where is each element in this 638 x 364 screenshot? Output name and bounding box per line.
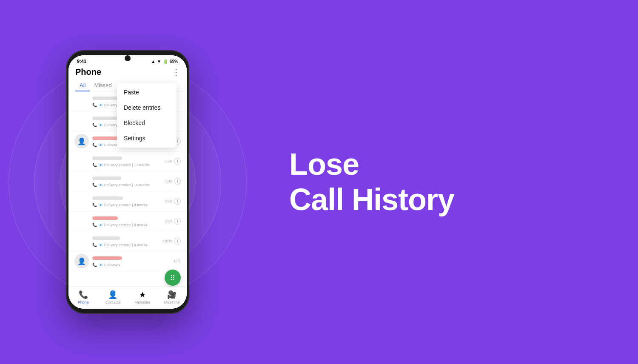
call-date: 11/8 bbox=[165, 199, 172, 203]
person-icon: 👤 bbox=[77, 257, 86, 265]
call-meta: 10/2 bbox=[173, 259, 181, 263]
call-name-bar bbox=[92, 156, 122, 160]
page-layout: 9:41 ▲ ▼ 🔋 69% Phone ⋮ Paste bbox=[0, 0, 638, 364]
call-info: 📞 📧 Delivery service | 8 marks bbox=[92, 195, 165, 207]
nav-contacts[interactable]: 👤 Contacts bbox=[98, 287, 128, 309]
call-name-bar bbox=[92, 117, 120, 120]
tab-all[interactable]: All bbox=[75, 80, 90, 91]
call-info: 📞 📧 Unknown bbox=[92, 255, 173, 267]
dialpad-fab[interactable]: ⠿ bbox=[165, 270, 181, 286]
battery-percent: 69% bbox=[170, 59, 178, 64]
call-meta: 11/8 ℹ bbox=[165, 198, 181, 205]
wifi-icon: ▼ bbox=[157, 59, 161, 64]
nav-meettime-label: MeeTime bbox=[164, 300, 180, 304]
call-meta: 11/8 ℹ bbox=[165, 158, 181, 165]
call-date: 11/8 bbox=[165, 179, 172, 183]
call-date: 11/3 bbox=[165, 219, 172, 223]
call-avatar: 👤 bbox=[74, 134, 89, 148]
info-icon[interactable]: ℹ bbox=[174, 178, 181, 185]
call-item[interactable]: 📞 📧 Delivery service | 8 marks 11/8 ℹ bbox=[68, 191, 187, 211]
menu-delete-entries[interactable]: Delete entries bbox=[117, 100, 177, 115]
call-item[interactable]: 📞 📧 Delivery service | 6 marks 11/3 ℹ bbox=[68, 211, 187, 231]
nav-favorites[interactable]: ★ Favorites bbox=[128, 287, 157, 309]
phone-notch bbox=[125, 55, 131, 61]
contacts-nav-icon: 👤 bbox=[108, 290, 117, 299]
phone-device: 9:41 ▲ ▼ 🔋 69% Phone ⋮ Paste bbox=[66, 50, 189, 314]
status-time: 9:41 bbox=[77, 59, 86, 64]
hero-line1: Lose bbox=[289, 147, 604, 182]
call-meta: 11/3 ℹ bbox=[165, 218, 181, 225]
call-name-bar bbox=[92, 176, 121, 180]
call-meta: 11/8 ℹ bbox=[165, 178, 181, 185]
call-info: 📞 📧 Delivery service | 17 marks bbox=[92, 155, 165, 167]
call-sub: 📞 📧 Delivery service | 17 marks bbox=[92, 163, 165, 167]
call-meta: 10/30 ℹ bbox=[162, 238, 181, 245]
tab-missed[interactable]: Missed bbox=[90, 80, 116, 91]
call-sub: 📞 📧 Delivery service | 16 marks bbox=[92, 183, 165, 187]
person-icon: 👤 bbox=[77, 137, 86, 145]
nav-contacts-label: Contacts bbox=[105, 300, 120, 304]
call-sub: 📞 📧 Delivery service | 6 marks bbox=[92, 223, 165, 227]
call-name-bar bbox=[92, 196, 123, 200]
menu-paste[interactable]: Paste bbox=[117, 85, 177, 100]
status-icons: ▲ ▼ 🔋 69% bbox=[151, 59, 178, 64]
phone-app-title: Phone bbox=[75, 67, 101, 77]
phone-screen: 9:41 ▲ ▼ 🔋 69% Phone ⋮ Paste bbox=[68, 55, 187, 309]
nav-phone[interactable]: 📞 Phone bbox=[68, 287, 98, 309]
favorites-nav-icon: ★ bbox=[139, 290, 146, 299]
info-icon[interactable]: ℹ bbox=[174, 198, 181, 205]
phone-nav-icon: 📞 bbox=[79, 290, 88, 299]
hero-text-side: Lose Call History bbox=[255, 121, 638, 243]
signal-icon: ▲ bbox=[151, 59, 155, 64]
bottom-nav: 📞 Phone 👤 Contacts ★ Favorites 🎥 MeeTime bbox=[68, 286, 187, 309]
call-avatar: 👤 bbox=[74, 254, 89, 268]
menu-blocked[interactable]: Blocked bbox=[117, 115, 177, 131]
info-icon[interactable]: ℹ bbox=[174, 218, 181, 225]
call-item[interactable]: 👤 📞 📧 Unknown 10/2 bbox=[68, 251, 187, 271]
hero-line2: Call History bbox=[289, 182, 604, 217]
call-info: 📞 📧 Delivery service | 6 marks bbox=[92, 215, 165, 227]
overflow-dropdown: Paste Delete entries Blocked Settings bbox=[117, 83, 177, 148]
nav-phone-label: Phone bbox=[78, 300, 89, 304]
info-icon[interactable]: ℹ bbox=[174, 238, 181, 245]
call-date: 10/30 bbox=[162, 239, 172, 243]
call-date: 10/2 bbox=[173, 259, 181, 263]
call-date: 11/8 bbox=[165, 159, 172, 163]
phone-header: Phone ⋮ Paste Delete entries Blocked Set… bbox=[68, 65, 187, 80]
call-sub: 📞 📧 Unknown bbox=[92, 263, 173, 267]
call-name-bar-missed bbox=[92, 216, 118, 220]
call-info: 📞 📧 Delivery service | 16 marks bbox=[92, 175, 165, 187]
call-sub: 📞 📧 Delivery service | 8 marks bbox=[92, 203, 165, 207]
overflow-menu-button[interactable]: ⋮ Paste Delete entries Blocked Settings bbox=[172, 68, 180, 77]
menu-settings[interactable]: Settings bbox=[117, 131, 177, 146]
call-info: 📞 📧 Delivery service | 6 marks bbox=[92, 235, 162, 247]
call-item[interactable]: 📞 📧 Delivery service | 17 marks 11/8 ℹ bbox=[68, 151, 187, 171]
call-sub: 📞 📧 Delivery service | 6 marks bbox=[92, 243, 162, 247]
info-icon[interactable]: ℹ bbox=[174, 158, 181, 165]
nav-meettime[interactable]: 🎥 MeeTime bbox=[157, 287, 187, 309]
call-name-bar-missed bbox=[92, 256, 122, 260]
nav-favorites-label: Favorites bbox=[134, 300, 150, 304]
dialpad-icon: ⠿ bbox=[170, 274, 175, 282]
call-name-bar bbox=[92, 236, 120, 240]
phone-side: 9:41 ▲ ▼ 🔋 69% Phone ⋮ Paste bbox=[0, 0, 255, 364]
meettime-nav-icon: 🎥 bbox=[167, 290, 177, 299]
hero-text: Lose Call History bbox=[289, 147, 604, 217]
battery-icon: 🔋 bbox=[163, 59, 168, 64]
call-item[interactable]: 📞 📧 Delivery service | 6 marks 10/30 ℹ bbox=[68, 231, 187, 251]
call-item[interactable]: 📞 📧 Delivery service | 16 marks 11/8 ℹ bbox=[68, 171, 187, 191]
